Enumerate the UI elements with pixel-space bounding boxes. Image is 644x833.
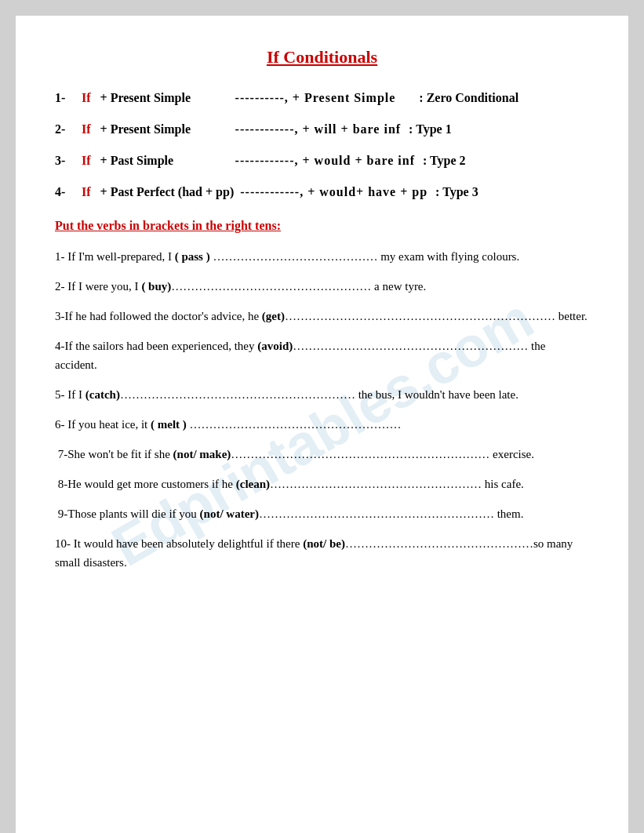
- ex8-verb: (clean): [236, 478, 270, 490]
- ex7-after: ………………………………………………………… exercise.: [231, 448, 534, 460]
- rule-row-3: 3- If + Past Simple ------------, + woul…: [55, 154, 589, 168]
- ex5-verb: (catch): [86, 388, 120, 401]
- ex1-before: 1- If I'm well-prepared, I: [55, 250, 175, 263]
- page-title: If Conditionals: [55, 47, 589, 67]
- exercises-section: 1- If I'm well-prepared, I ( pass ) ……………: [55, 247, 589, 572]
- rules-section: 1- If + Present Simple ----------, + Pre…: [55, 91, 589, 199]
- ex8-before: 8-He would get more customers if he: [55, 478, 236, 490]
- ex3-verb: (get): [262, 310, 285, 322]
- rule-row-1: 1- If + Present Simple ----------, + Pre…: [55, 91, 589, 105]
- exercise-4: 4-If the sailors had been experienced, t…: [55, 336, 589, 374]
- ex7-verb: (not/ make): [173, 448, 231, 460]
- ex4-verb: (avoid): [257, 340, 293, 352]
- ex2-before: 2- If I were you, I: [55, 280, 141, 293]
- rule-num-1: 1-: [55, 91, 78, 105]
- rule-type-4: : Type 3: [435, 185, 478, 199]
- ex9-after: …………………………………………………… them.: [259, 507, 524, 520]
- ex6-after: ………………………………………………: [187, 418, 402, 431]
- exercise-10: 10- It would have been absolutely deligh…: [55, 534, 589, 572]
- rule-condition-1: + Present Simple: [94, 91, 235, 105]
- rule-dashes-3: ------------, + would + bare inf: [235, 154, 415, 168]
- rule-condition-2: + Present Simple: [94, 122, 235, 136]
- rule-type-1: : Zero Conditional: [419, 91, 518, 105]
- exercise-8: 8-He would get more customers if he (cle…: [55, 475, 589, 493]
- ex5-after: …………………………………………………… the bus, I wouldn't…: [120, 388, 518, 401]
- rule-dashes-1: ----------, + Present Simple: [235, 91, 396, 105]
- rule-num-2: 2-: [55, 122, 78, 136]
- rule-condition-3: + Past Simple: [94, 154, 235, 168]
- exercise-6: 6- If you heat ice, it ( melt ) ………………………: [55, 415, 589, 434]
- ex10-verb: (not/ be): [303, 537, 345, 550]
- rule-row-2: 2- If + Present Simple ------------, + w…: [55, 122, 589, 136]
- rule-if-4: If: [78, 185, 91, 199]
- rule-num-3: 3-: [55, 154, 78, 168]
- main-content: If Conditionals 1- If + Present Simple -…: [55, 47, 589, 572]
- rule-dashes-4: ------------, + would+ have + pp: [240, 185, 428, 199]
- ex2-after: …………………………………………… a new tyre.: [171, 280, 426, 293]
- rule-if-2: If: [78, 122, 91, 136]
- ex7-before: 7-She won't be fit if she: [55, 448, 173, 460]
- exercise-3: 3-If he had followed the doctor's advice…: [55, 307, 589, 326]
- ex10-before: 10- It would have been absolutely deligh…: [55, 537, 303, 550]
- exercise-7: 7-She won't be fit if she (not/ make)…………: [55, 445, 589, 464]
- exercise-5: 5- If I (catch)…………………………………………………… the …: [55, 385, 589, 404]
- ex1-after: …………………………………… my exam with flying colou…: [210, 250, 520, 263]
- rule-type-3: : Type 2: [423, 154, 466, 168]
- rule-type-2: : Type 1: [409, 122, 452, 136]
- rule-dashes-2: ------------, + will + bare inf: [235, 122, 402, 136]
- page: Edprintables.com If Conditionals 1- If +…: [16, 16, 628, 833]
- ex1-verb: ( pass ): [175, 250, 210, 263]
- exercise-2: 2- If I were you, I ( buy)………………………………………: [55, 277, 589, 296]
- rule-if-3: If: [78, 154, 91, 168]
- rule-condition-4: + Past Perfect (had + pp): [94, 185, 241, 199]
- ex4-before: 4-If the sailors had been experienced, t…: [55, 340, 257, 352]
- ex9-verb: (not/ water): [200, 507, 259, 520]
- ex8-after: ……………………………………………… his cafe.: [270, 478, 524, 490]
- ex3-after: …………………………………………………………… better.: [285, 310, 588, 322]
- rule-row-4: 4- If + Past Perfect (had + pp) --------…: [55, 185, 589, 199]
- ex6-verb: ( melt ): [151, 418, 187, 431]
- ex6-before: 6- If you heat ice, it: [55, 418, 151, 431]
- exercise-9: 9-Those plants will die if you (not/ wat…: [55, 504, 589, 523]
- instruction-text: Put the verbs in brackets in the right t…: [55, 219, 589, 233]
- rule-num-4: 4-: [55, 185, 78, 199]
- ex3-before: 3-If he had followed the doctor's advice…: [55, 310, 262, 322]
- exercise-1: 1- If I'm well-prepared, I ( pass ) ……………: [55, 247, 589, 266]
- ex2-verb: ( buy): [141, 280, 171, 293]
- ex5-before: 5- If I: [55, 388, 86, 401]
- rule-if-1: If: [78, 91, 91, 105]
- ex9-before: 9-Those plants will die if you: [55, 507, 200, 520]
